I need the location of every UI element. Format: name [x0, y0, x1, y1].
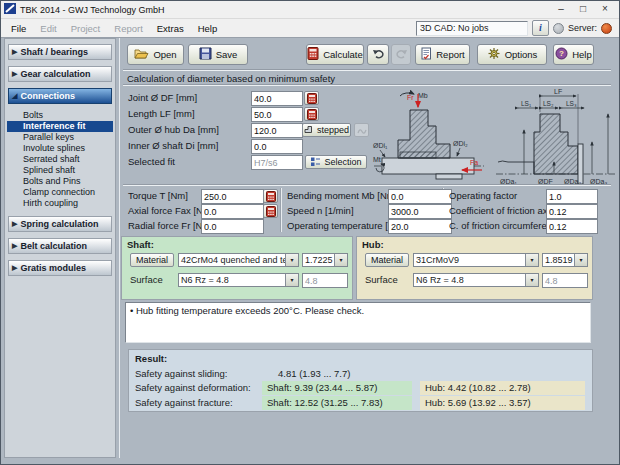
speed-input[interactable] — [388, 204, 452, 219]
save-button[interactable]: Save — [188, 44, 248, 65]
svg-text:LF: LF — [554, 88, 562, 95]
svg-text:LS₂: LS₂ — [543, 100, 554, 107]
calc-proposal-button[interactable] — [263, 189, 278, 203]
minimize-button[interactable]: – — [550, 2, 572, 17]
sidebar-item-serrated-shaft[interactable]: Serrated shaft — [7, 154, 113, 165]
sidebar-item-involute-splines[interactable]: Involute splines — [7, 143, 113, 154]
field-label: Bending moment Mb [Nm] — [287, 189, 397, 202]
calc-proposal-button[interactable] — [304, 91, 319, 105]
svg-text:ØDi₁: ØDi₁ — [373, 142, 388, 149]
save-label: Save — [216, 49, 238, 60]
operating-factor-input[interactable] — [546, 189, 598, 204]
sidebar-header-connections[interactable]: ◢Connections — [8, 88, 112, 104]
joint-diameter-input[interactable] — [251, 91, 303, 106]
result-title: Result: — [135, 353, 167, 364]
stepped-button[interactable]: stepped — [302, 123, 351, 137]
info-button[interactable]: i — [532, 20, 549, 36]
message-box: • Hub fitting temperature exceeds 200°C.… — [125, 302, 591, 343]
sidebar-item-bolts-and-pins[interactable]: Bolts and Pins — [7, 176, 113, 187]
fit-selection-button[interactable]: Selection — [305, 155, 367, 169]
stepped-shape-icon — [304, 124, 314, 136]
hub-panel-title: Hub: — [362, 239, 384, 250]
sidebar-item-parallel-keys[interactable]: Parallel keys — [7, 132, 113, 143]
selection-list-icon — [310, 156, 321, 169]
help-button[interactable]: ? Help — [553, 44, 594, 65]
svg-text:Fa: Fa — [470, 159, 478, 166]
torque-input[interactable] — [201, 189, 264, 204]
shaft-surface-dropdown[interactable]: N6 Rz = 4.8 ▾ — [178, 273, 299, 287]
hub-material-number: 1.8519 — [543, 254, 574, 266]
field-label: Inner Ø shaft Di [mm] — [128, 139, 218, 152]
sidebar-header-spring-calculation[interactable]: ▶Spring calculation — [8, 216, 112, 232]
hub-surface-dropdown[interactable]: N6 Rz = 4.8 ▾ — [413, 273, 539, 287]
shaft-panel-title: Shaft: — [127, 239, 154, 250]
calculate-button[interactable]: Calculate — [306, 44, 364, 65]
menu-help[interactable]: Help — [191, 23, 225, 34]
axial-force-input[interactable] — [201, 204, 264, 219]
sidebar-header-label: Gear calculation — [20, 69, 90, 79]
shaft-material-dropdown[interactable]: 42CrMo4 quenched and temp... ▾ — [178, 253, 299, 267]
inner-shaft-diameter-input[interactable] — [251, 139, 303, 154]
sidebar-item-splined-shaft[interactable]: Splined shaft — [7, 165, 113, 176]
sidebar-header-label: Shaft / bearings — [20, 47, 88, 57]
chevron-down-icon: ▾ — [285, 274, 298, 286]
menu-edit: Edit — [33, 23, 63, 34]
field-label: Axial force Fax [N] — [128, 204, 206, 217]
friction-circumference-input[interactable] — [546, 219, 598, 234]
shaft-material-button[interactable]: Material — [130, 253, 174, 267]
result-panel: Result: Safety against sliding: 4.81 (1.… — [128, 349, 593, 412]
sidebar-header-gear-calculation[interactable]: ▶Gear calculation — [8, 66, 112, 82]
sidebar-header-gratis-modules[interactable]: ▶Gratis modules — [8, 260, 112, 276]
field-label: Selected fit — [128, 155, 175, 168]
save-floppy-icon — [199, 47, 212, 62]
menu-extras[interactable]: Extras — [150, 23, 191, 34]
shaft-surface-label: Surface — [130, 273, 163, 287]
shaft-material-number-dropdown[interactable]: 1.7225 ▾ — [302, 253, 348, 267]
svg-text:LS₃: LS₃ — [566, 100, 577, 107]
options-label: Options — [505, 49, 538, 60]
shaft-material-number: 1.7225 — [303, 254, 334, 266]
sidebar-header-shaft-bearings[interactable]: ▶Shaft / bearings — [8, 44, 112, 60]
stepped-label: stepped — [317, 125, 349, 135]
options-button[interactable]: Options — [477, 44, 547, 65]
hub-material-button[interactable]: Material — [365, 253, 409, 267]
server-status-indicator — [601, 23, 612, 34]
section-title: Calculation of diameter based on minimum… — [127, 73, 335, 84]
redo-icon — [395, 48, 408, 61]
menu-file[interactable]: File — [4, 23, 33, 34]
outer-hub-diameter-input[interactable] — [251, 123, 303, 138]
length-input[interactable] — [251, 107, 303, 122]
maximize-button[interactable]: □ — [572, 2, 594, 17]
sidebar-header-belt-calculation[interactable]: ▶Belt calculation — [8, 238, 112, 254]
field-label: Length LF [mm] — [128, 107, 195, 120]
bending-moment-input[interactable] — [388, 189, 452, 204]
sidebar-item-bolts[interactable]: Bolts — [7, 110, 113, 121]
menu-bar: File Edit Project Report Extras Help 3D … — [1, 19, 619, 38]
calc-proposal-button[interactable] — [304, 107, 319, 121]
open-folder-icon — [134, 47, 149, 62]
close-button[interactable]: × — [594, 2, 616, 17]
calculator-icon — [307, 47, 319, 62]
sidebar-item-interference-fit[interactable]: Interference fit — [7, 121, 113, 132]
sidebar-item-hirth-coupling[interactable]: Hirth coupling — [7, 198, 113, 209]
cad-status-indicator — [553, 23, 564, 34]
menu-project: Project — [64, 23, 108, 34]
report-button[interactable]: Report — [415, 44, 470, 65]
sidebar-header-label: Connections — [20, 91, 75, 101]
svg-text:Mb: Mb — [418, 92, 428, 99]
hub-material-dropdown[interactable]: 31CrMoV9 ▾ — [413, 253, 539, 267]
friction-axial-input[interactable] — [546, 204, 598, 219]
shaft-surface-value: N6 Rz = 4.8 — [179, 274, 285, 286]
radial-force-input[interactable] — [201, 219, 264, 234]
svg-text:Mt: Mt — [373, 156, 381, 163]
undo-button[interactable] — [367, 44, 389, 65]
chevron-expanded-icon: ◢ — [12, 92, 17, 100]
calculate-label: Calculate — [323, 49, 363, 60]
open-button[interactable]: Open — [127, 44, 184, 65]
hub-contour-button — [354, 123, 369, 137]
calc-proposal-button[interactable] — [263, 204, 278, 218]
operating-temperature-input[interactable] — [388, 219, 452, 234]
hub-surface-value: N6 Rz = 4.8 — [414, 274, 525, 286]
hub-material-number-dropdown[interactable]: 1.8519 ▾ — [542, 253, 588, 267]
sidebar-item-clamp-connection[interactable]: Clamp connection — [7, 187, 113, 198]
